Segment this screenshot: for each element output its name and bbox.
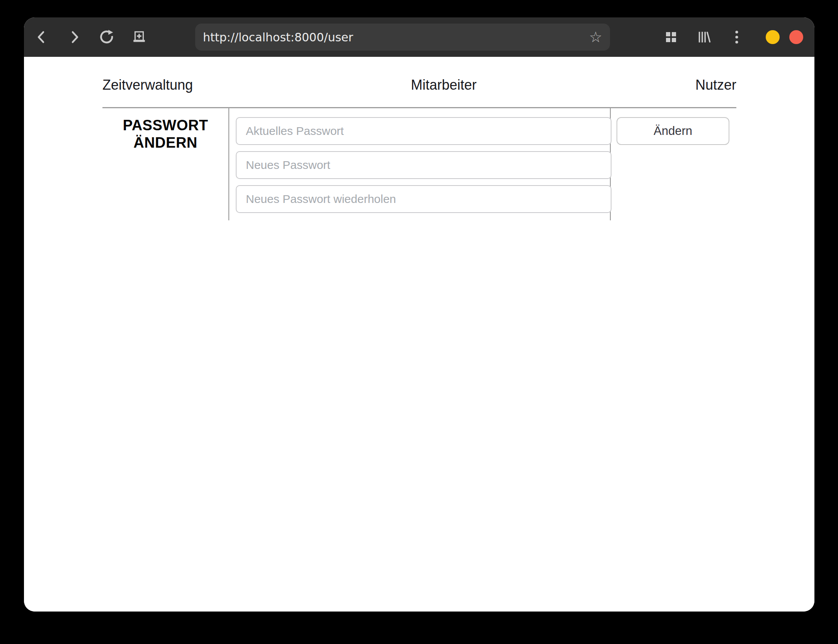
password-change-heading-block: PASSWORT ÄNDERN [102,108,228,152]
bookmark-star-icon[interactable]: ☆ [589,30,602,44]
current-password-input[interactable] [236,117,611,145]
reload-button[interactable] [96,26,118,48]
back-icon [34,29,49,45]
url-bar[interactable]: http://localhost:8000/user ☆ [195,24,610,51]
library-button[interactable] [693,26,715,48]
page-content: Zeitverwaltung Mitarbeiter Nutzer PASSWO… [24,57,814,612]
reload-icon [98,29,115,46]
nav-item-mitarbeiter[interactable]: Mitarbeiter [411,77,477,93]
kebab-menu-icon [729,29,744,46]
grid-icon [665,31,677,43]
change-password-button[interactable]: Ändern [617,117,729,145]
browser-window: http://localhost:8000/user ☆ [24,17,814,612]
desktop-background: http://localhost:8000/user ☆ [0,0,838,644]
menu-button[interactable] [726,26,748,48]
extensions-grid-button[interactable] [660,26,682,48]
nav-item-nutzer[interactable]: Nutzer [695,77,736,93]
forward-icon [66,29,82,45]
forward-button[interactable] [63,26,85,48]
minimize-window-button[interactable] [766,30,780,44]
url-text[interactable]: http://localhost:8000/user [203,31,589,44]
browser-toolbar: http://localhost:8000/user ☆ [24,17,814,57]
nav-item-zeitverwaltung[interactable]: Zeitverwaltung [102,77,193,93]
library-icon [696,29,712,45]
close-window-button[interactable] [789,30,803,44]
screenshot-button[interactable] [128,26,150,48]
repeat-new-password-input[interactable] [236,185,611,213]
back-button[interactable] [31,26,53,48]
page-title: PASSWORT ÄNDERN [119,117,212,152]
screenshot-icon [131,29,147,45]
new-password-input[interactable] [236,151,611,179]
form-left-divider [228,108,229,220]
